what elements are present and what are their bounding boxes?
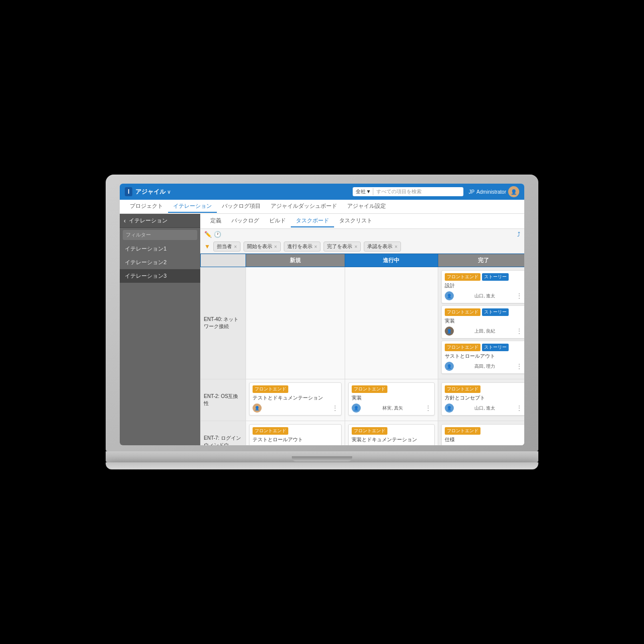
card-footer: 👤林実, 真矢⋮ [352,404,431,413]
filter-chip-progress[interactable]: 進行を表示 × [284,242,321,252]
content-tabs-row: 定義 バックログ ビルド タスクボード タスクリスト [200,214,524,229]
sidebar-item-iteration2[interactable]: イテレーション2 [120,256,200,269]
card-footer: 👤山口, 進太⋮ [445,404,522,413]
sec-tab-iteration[interactable]: イテレーション [168,200,217,213]
filter-icon[interactable]: ▼ [204,243,210,250]
kanban-card[interactable]: フロントエンドテストとロールアウト👤高田, 理力⋮ [249,424,342,445]
card-title: 方針とコンセプト [445,394,522,401]
user-name-label[interactable]: Administrator [476,189,506,195]
kanban-card[interactable]: フロントエンドストーリー設計👤山口, 進太⋮ [441,270,524,303]
card-tag: フロントエンド [445,273,480,281]
tab-backlog[interactable]: バックログ [226,215,264,227]
sidebar-search-input[interactable]: フィルター [123,230,197,240]
card-more-button[interactable]: ⋮ [516,405,522,412]
sec-tab-dashboard[interactable]: アジャイルダッシュボード [266,200,342,213]
card-user: 山口, 進太 [474,293,495,299]
filter-chip-progress-close[interactable]: × [314,244,317,250]
kanban-cell-inprogress [345,267,438,379]
main-content: ‹ イテレーション フィルター イテレーション1 イテレーション2 イテレーショ… [120,214,524,445]
sidebar-item-iteration3[interactable]: イテレーション3 [120,269,200,283]
filter-chip-start[interactable]: 開始を表示 × [244,242,281,252]
kanban-card[interactable]: フロントエンドテストとドキュメンテーション👤⋮ [249,382,342,416]
kanban-card[interactable]: フロントエンドストーリーサストとロールアウト👤高田, 理力⋮ [441,341,524,374]
card-footer: 👤上田, 良紀⋮ [445,327,522,336]
card-title: テストとドキュメンテーション [253,394,338,401]
share-icon[interactable]: ⤴ [517,231,520,238]
edit-icon[interactable]: ✏️ [204,231,212,238]
tab-build[interactable]: ビルド [264,215,291,227]
card-avatar: 👤 [445,291,454,300]
laptop-hinge [292,456,352,461]
kanban-row: ENT-7: ログインウィンドウフロントエンドテストとロールアウト👤高田, 理力… [201,421,525,446]
clock-icon[interactable]: 🕐 [214,231,221,238]
card-user: 山口, 進太 [474,405,495,412]
card-title: 設計 [445,282,522,289]
row-label-text: ENT-7: ログインウィンドウ [204,433,243,445]
col-header-todo: 新規 [246,254,345,267]
sidebar-title: イテレーション [129,217,168,224]
sec-tab-settings[interactable]: アジャイル設定 [342,200,391,213]
kanban-card[interactable]: フロントエンド実装とドキュメンテーション👤林実, 真矢⋮ [348,424,435,445]
card-user: 高田, 理力 [474,363,495,370]
kanban-card[interactable]: フロントエンド実装👤林実, 真矢⋮ [348,382,435,416]
card-tag: ストーリー [482,344,509,351]
card-avatar: 👤 [445,327,454,336]
laptop-screen: I アジャイル ∨ 全社▼ すべての項目を検索 JP Administrator… [120,184,524,445]
kanban-cell-inprogress: フロントエンド実装👤林実, 真矢⋮ [345,379,438,421]
app-ui: I アジャイル ∨ 全社▼ すべての項目を検索 JP Administrator… [120,184,524,445]
row-label-cell: ENT-2: OS互換性 [201,379,246,421]
card-more-button[interactable]: ⋮ [332,405,338,412]
app-name-text: アジャイル [135,188,166,196]
kanban-board: 新規 進行中 完了 承認 ENT-40: ネットワーク接続フロントエンドストーリ… [200,254,524,445]
card-title: 実装 [352,394,431,401]
top-nav: I アジャイル ∨ 全社▼ すべての項目を検索 JP Administrator… [120,184,524,200]
col-header-label [201,254,246,267]
col-header-inprogress: 進行中 [345,254,438,267]
kanban-row: ENT-2: OS互換性フロントエンドテストとドキュメンテーション👤⋮フロントエ… [201,379,525,421]
tab-tasklist[interactable]: タスクリスト [334,215,377,227]
search-scope-select[interactable]: 全社▼ [356,188,373,195]
kanban-row: ENT-40: ネットワーク接続フロントエンドストーリー設計👤山口, 進太⋮フロ… [201,267,525,379]
filter-chip-done-close[interactable]: × [354,244,357,250]
filter-chip-done[interactable]: 完了を表示 × [324,242,361,252]
sidebar-header: ‹ イテレーション [120,214,200,228]
toolbar: ✏️ 🕐 ⤴ [200,229,524,240]
card-tag: フロントエンド [445,308,480,316]
laptop-outer: I アジャイル ∨ 全社▼ すべての項目を検索 JP Administrator… [106,175,538,469]
filter-label-done: 完了を表示 [327,243,352,250]
filter-chip-owner[interactable]: 担当者 × [213,242,240,252]
card-more-button[interactable]: ⋮ [516,292,522,299]
sec-tab-project[interactable]: プロジェクト [125,200,168,213]
laptop-bottom [106,462,538,469]
card-more-button[interactable]: ⋮ [516,328,522,335]
app-name-chevron[interactable]: ∨ [167,189,171,195]
tab-definition[interactable]: 定義 [205,215,226,227]
filter-chip-verify[interactable]: 承認を表示 × [364,242,401,252]
card-more-button[interactable]: ⋮ [425,405,431,412]
card-more-button[interactable]: ⋮ [516,363,522,370]
filter-label-owner: 担当者 [217,243,232,250]
kanban-table: 新規 進行中 完了 承認 ENT-40: ネットワーク接続フロントエンドストーリ… [200,254,524,445]
card-avatar: 👤 [253,404,262,413]
filter-row: ▼ 担当者 × 開始を表示 × 進行を表示 × [200,240,524,254]
avatar[interactable]: 👤 [508,186,519,197]
card-title: 実装とドキュメンテーション [352,436,431,443]
kanban-card[interactable]: フロントエンド方針とコンセプト👤山口, 進太⋮ [441,382,524,416]
kanban-card[interactable]: フロントエンド仕様👤山口, 進太⋮ [441,424,524,445]
filter-chip-owner-close[interactable]: × [234,244,237,250]
filter-chip-start-close[interactable]: × [274,244,277,250]
card-title: テストとロールアウト [253,436,338,443]
card-avatar: 👤 [445,404,454,413]
search-input[interactable]: すべての項目を検索 [376,188,460,195]
card-title: 仕様 [445,436,522,443]
tab-taskboard[interactable]: タスクボード [291,215,334,227]
filter-chip-verify-close[interactable]: × [394,244,397,250]
sidebar-item-iteration1[interactable]: イテレーション1 [120,242,200,256]
kanban-cell-todo [246,267,345,379]
sidebar-back-button[interactable]: ‹ [124,217,126,224]
filter-label-verify: 承認を表示 [367,243,392,250]
card-tag: フロントエンド [445,427,480,435]
kanban-card[interactable]: フロントエンドストーリー実装👤上田, 良紀⋮ [441,305,524,339]
card-avatar: 👤 [352,404,361,413]
sec-tab-backlog[interactable]: バックログ項目 [217,200,266,213]
